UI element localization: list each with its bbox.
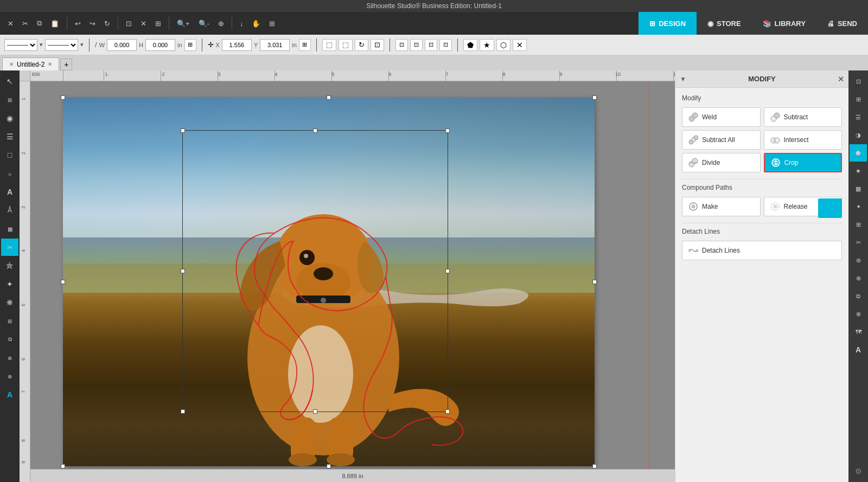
side-tool-select[interactable]: ↖ [1,73,18,90]
flip-v-btn[interactable]: ⬚ [339,39,353,51]
toolbar-move-down[interactable]: ↓ [237,17,247,30]
toolbar-deselect[interactable]: ✕ [137,17,150,30]
right-tool-15[interactable]: 🗺 [850,323,867,340]
toolbar-zoom-out[interactable]: 🔍- [195,17,213,30]
right-tool-3[interactable]: ☰ [850,108,867,126]
nav-tab-library[interactable]: 📚 LIBRARY [752,12,816,35]
layer-star-btn[interactable]: ★ [480,39,494,51]
canvas-handle-tl[interactable] [61,95,65,100]
right-tool-14[interactable]: ⊗ [850,305,867,323]
toolbar-copy[interactable]: ⧉ [34,17,45,30]
side-tool-layers[interactable]: ⧉ [1,331,18,348]
right-tool-settings[interactable]: ⚙ [850,462,867,480]
nav-tab-store[interactable]: ◉ STORE [697,12,752,35]
align-tr-btn[interactable]: ⊡ [425,39,437,51]
lock-ratio-btn[interactable]: ⊞ [184,39,196,51]
x-input[interactable]: 1.556 [222,39,252,51]
height-input[interactable]: 0.000 [145,39,175,51]
canvas-handle-tr[interactable] [592,95,597,100]
panel-collapse-icon[interactable]: ▼ [680,75,686,83]
align-tl-btn[interactable]: ⊡ [395,39,408,51]
side-tool-lines[interactable]: ☰ [1,128,18,145]
toolbar-zoom-window[interactable]: ⊕ [215,17,227,30]
canvas-handle-bc[interactable] [327,464,331,468]
toolbar-zoom-in[interactable]: 🔍+ [174,17,193,30]
toolbar-pan[interactable]: ✋ [248,17,264,30]
toolbar-redo[interactable]: ↪ [86,17,99,30]
nav-tab-design[interactable]: ⊞ DESIGN [639,12,697,35]
layer-3d-btn[interactable]: ⬡ [496,39,510,51]
side-tool-star[interactable]: ⛤ [1,257,18,274]
right-tool-11[interactable]: ⊛ [850,252,867,269]
align-bl-btn[interactable]: ⊡ [439,39,452,51]
canvas-handle-br[interactable] [592,464,597,468]
side-tool-text2[interactable]: Å [1,202,18,219]
tab-close-right-icon[interactable]: ✕ [48,61,52,67]
subtract-button[interactable]: Subtract [764,107,843,127]
side-tool-shapes[interactable]: □ [1,146,18,164]
document-tab-1[interactable]: ✕ Untitled-2 ✕ [2,57,59,70]
y-input[interactable]: 3.031 [260,39,290,51]
canvas-area[interactable]: 656 1 2 3 4 5 6 7 8 9 10 [20,70,675,482]
layer-fill-btn[interactable]: ⬟ [463,39,477,51]
toolbar-undo[interactable]: ↩ [72,17,84,30]
tab-close-icon[interactable]: ✕ [9,61,14,67]
toolbar-add[interactable]: ⊞ [266,17,278,30]
toolbar-new[interactable]: ✕ [4,17,17,30]
canvas-document[interactable] [63,98,595,466]
rotate-btn[interactable]: ↻ [355,39,368,51]
canvas-handle-tc[interactable] [327,95,331,100]
side-tool-grid2[interactable]: ⊞ [1,312,18,330]
workspace[interactable] [30,81,675,469]
layer-close-btn[interactable]: ✕ [513,39,527,51]
side-tool-eraser[interactable]: ⊗ [1,349,18,367]
scale-btn[interactable]: ⊡ [371,39,384,51]
toolbar-paste[interactable]: 📋 [47,17,62,30]
toolbar-cut[interactable]: ✂ [19,17,31,30]
canvas-handle-bl[interactable] [61,464,65,468]
side-tool-merge[interactable]: ⊕ [1,368,18,385]
stroke-style-select[interactable]: ───── [4,39,37,51]
toolbar-select-all[interactable]: ⊡ [123,17,135,30]
right-tool-6[interactable]: ★ [850,162,867,179]
subtract-all-button[interactable]: Subtract All [682,130,761,150]
add-tab-button[interactable]: + [60,59,72,70]
position-options-btn[interactable]: ⊞ [299,39,311,51]
right-tool-1[interactable]: ⊡ [850,73,867,90]
intersect-button[interactable]: Intersect [764,130,843,150]
canvas-handle-mr[interactable] [592,280,597,284]
right-tool-8[interactable]: ✦ [850,198,867,215]
right-tool-10[interactable]: ✂ [850,234,867,251]
right-tool-12[interactable]: ⊕ [850,269,867,287]
right-tool-16[interactable]: A [850,341,867,358]
divide-button[interactable]: Divide [682,153,761,172]
weld-button[interactable]: Weld [682,107,761,127]
canvas-handle-ml[interactable] [61,280,65,284]
right-tool-7[interactable]: ▦ [850,180,867,197]
side-tool-snowflake[interactable]: ❋ [1,294,18,311]
align-tc-btn[interactable]: ⊡ [410,39,423,51]
crop-button[interactable]: Crop [764,153,843,172]
make-button[interactable]: Make [682,197,761,216]
side-tool-special[interactable]: ✦ [1,275,18,293]
side-tool-text[interactable]: A [1,183,18,201]
side-tool-panels[interactable]: ▦ [1,220,18,237]
right-tool-5[interactable]: ⬟ [850,144,867,162]
right-tool-4[interactable]: ◑ [850,126,867,144]
width-input[interactable]: 0.000 [107,39,137,51]
side-tool-color[interactable]: ◉ [1,110,18,127]
flip-h-btn[interactable]: ⬚ [322,39,336,51]
right-tool-9[interactable]: ⊞ [850,216,867,233]
side-tool-polygon[interactable]: ⬦ [1,165,18,182]
toolbar-refresh[interactable]: ↻ [101,17,113,30]
right-tool-2[interactable]: ⊞ [850,91,867,108]
panel-close-button[interactable]: ✕ [838,75,844,83]
right-tool-13[interactable]: ⧉ [850,287,867,305]
toolbar-zoom-fit[interactable]: ⊞ [152,17,164,30]
nav-tab-send[interactable]: 🖨 SEND [816,12,868,35]
side-tool-text3[interactable]: A [1,386,18,403]
side-tool-grid[interactable]: ⊞ [1,91,18,108]
detach-lines-button[interactable]: Detach Lines [682,241,842,260]
stroke-end-select[interactable]: ───── [45,39,78,51]
side-tool-cut[interactable]: ✂ [1,239,18,256]
